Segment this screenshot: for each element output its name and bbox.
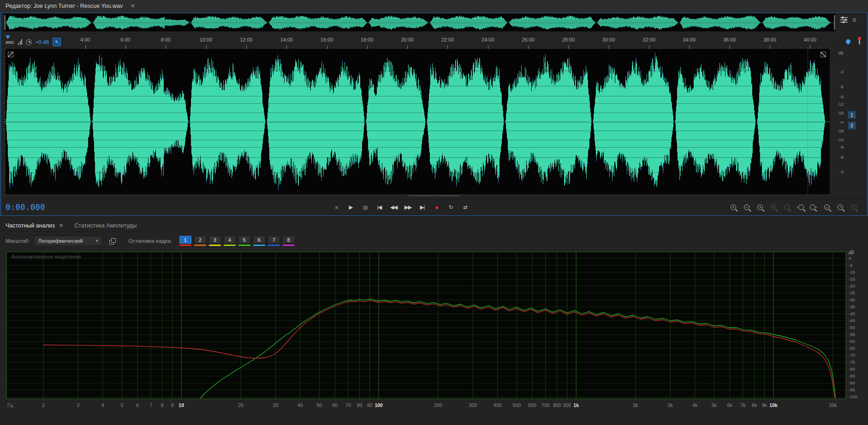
hold-button-number: 3 — [209, 236, 221, 244]
ruler-time-label: 38:00 — [763, 37, 776, 42]
corner-grabber-right-icon[interactable] — [820, 52, 826, 57]
overview-settings-icon[interactable] — [840, 17, 848, 23]
transport-bar: 0:00.000 ■▶▮▮|◀◀◀▶▶▶|●↻⇄ +−▪▪·‹›↔◔▫ — [4, 199, 864, 215]
x-tick-label: 80 — [357, 402, 363, 408]
zoom-history-icon[interactable]: ◔ — [834, 201, 846, 213]
time-format-label[interactable]: имс — [6, 39, 14, 45]
hold-button-6[interactable]: 6 — [253, 236, 265, 246]
channel-button-1[interactable]: 1 — [848, 111, 856, 119]
x-tick-label: 7k — [740, 402, 746, 408]
overview-menu-icon[interactable]: ≡ — [852, 17, 856, 23]
ruler-time-label: 20:00 — [401, 37, 414, 42]
zoom-full-icon[interactable]: ▫ — [848, 201, 860, 213]
ruler-time-label: 12:00 — [240, 37, 253, 42]
fast-forward-button[interactable]: ▶▶ — [401, 201, 415, 214]
hold-color-strip — [194, 245, 206, 246]
tab-amplitude-statistics[interactable]: Статистика Амплитуды — [74, 222, 137, 229]
hold-color-strip — [253, 245, 265, 246]
frequency-chart-svg[interactable]: Анализированное выделениеГц2345678910203… — [0, 248, 868, 425]
skip-to-end-button[interactable]: ▶| — [416, 201, 429, 214]
playhead-line[interactable] — [5, 49, 5, 194]
frequency-chart[interactable]: Анализированное выделениеГц2345678910203… — [0, 248, 868, 425]
window-title: Редактор: Joe Lynn Turner - Rescue You.w… — [6, 3, 123, 9]
levels-icon[interactable] — [18, 39, 22, 45]
magnifier-glyph: + — [731, 204, 736, 210]
hold-button-8[interactable]: 8 — [283, 236, 295, 246]
bracket-glyph: › — [816, 205, 817, 210]
x-tick-label: 200 — [434, 402, 442, 408]
zoom-out-selection-icon[interactable]: ▪ — [767, 201, 779, 213]
zoom-buttons: +−▪▪·‹›↔◔▫ — [727, 201, 860, 213]
main-waveform-canvas[interactable] — [4, 49, 830, 194]
pause-button[interactable]: ▮▮ — [358, 201, 372, 214]
magnifier-glyph: − — [744, 204, 749, 210]
db-scale-label: -12 — [837, 102, 844, 107]
hold-color-strip — [179, 245, 191, 246]
zoom-selection-width-icon[interactable]: ↔ — [821, 201, 833, 213]
corner-grabber-left-icon[interactable] — [8, 52, 13, 57]
hold-button-number: 6 — [253, 236, 265, 244]
overview-waveform-canvas[interactable] — [4, 14, 835, 31]
ruler-major-tick — [649, 45, 649, 49]
x-tick-label: 6k — [727, 402, 733, 408]
x-tick-label: 9k — [762, 402, 767, 408]
magnifier-glyph — [810, 204, 815, 210]
hold-button-4[interactable]: 4 — [224, 236, 236, 246]
hold-buttons: 12345678 — [179, 236, 295, 246]
playhead-pin-icon[interactable] — [844, 37, 852, 46]
x-tick-label: 8k — [752, 402, 757, 408]
time-ruler[interactable]: 4:006:008:0010:0012:0014:0016:0018:0020:… — [4, 35, 864, 49]
snapping-toggle-icon[interactable]: ↖ — [53, 38, 61, 46]
panel-menu-icon[interactable]: ≡ — [59, 222, 63, 229]
hold-button-number: 8 — [283, 236, 295, 244]
record-button[interactable]: ● — [430, 201, 443, 214]
x-tick-label: 10 — [178, 402, 184, 408]
copy-button[interactable] — [107, 236, 117, 246]
ruler-ticks[interactable]: 4:006:008:0010:0012:0014:0016:0018:0020:… — [4, 35, 831, 49]
playhead-marker-icon[interactable] — [6, 36, 10, 39]
overview-strip[interactable] — [4, 14, 836, 31]
db-scale-label: -3 — [840, 169, 844, 174]
y-tick-label: -25 — [849, 290, 855, 295]
db-scale-label: -18 — [837, 110, 844, 115]
tab-frequency-analysis[interactable]: Частотный анализ≡ — [6, 222, 62, 229]
y-tick-label: -40 — [849, 311, 855, 316]
skip-selection-button[interactable]: ⇄ — [458, 201, 472, 214]
zoom-selection-right-icon[interactable]: › — [808, 201, 820, 213]
zoom-out-icon[interactable]: − — [741, 201, 753, 213]
x-tick-label: 3 — [77, 402, 80, 408]
db-scale-label: -3 — [840, 69, 844, 74]
skip-to-start-button[interactable]: |◀ — [373, 201, 386, 214]
clock-icon[interactable] — [26, 39, 32, 45]
stop-button[interactable]: ■ — [330, 201, 343, 214]
marker-pin-icon[interactable] — [855, 37, 863, 46]
waveform-view[interactable] — [4, 49, 830, 194]
scale-dropdown[interactable]: Логарифмический ▼ — [34, 236, 102, 246]
hold-button-7[interactable]: 7 — [268, 236, 280, 246]
hold-button-1[interactable]: 1 — [179, 236, 191, 246]
y-tick-label: -5 — [849, 263, 852, 268]
hold-button-3[interactable]: 3 — [209, 236, 221, 246]
channel-button-2[interactable]: 2 — [848, 121, 856, 130]
x-tick-label: 2 — [42, 402, 45, 408]
play-button[interactable]: ▶ — [344, 201, 357, 214]
hold-button-5[interactable]: 5 — [238, 236, 250, 246]
zoom-in-selection-icon[interactable]: ▪ — [754, 201, 766, 213]
time-display[interactable]: 0:00.000 — [6, 203, 45, 212]
zoom-in-icon[interactable]: + — [727, 201, 739, 213]
overview-right-handle[interactable] — [834, 15, 835, 30]
ruler-time-label: 26:00 — [522, 37, 535, 42]
rewind-button[interactable]: ◀◀ — [387, 201, 400, 214]
gain-label[interactable]: +0 dB — [36, 39, 49, 45]
loop-playback-button[interactable]: ↻ — [444, 201, 458, 214]
zoom-reset-icon[interactable]: · — [781, 201, 793, 213]
y-tick-label: -10 — [849, 269, 855, 275]
hold-button-2[interactable]: 2 — [194, 236, 206, 246]
overview-left-handle[interactable] — [4, 15, 6, 30]
panel-menu-icon[interactable]: ≡ — [131, 2, 134, 9]
zoom-scrollbar-handle[interactable] — [409, 195, 459, 197]
zoom-selection-left-icon[interactable]: ‹ — [794, 201, 806, 213]
ruler-major-tick — [125, 45, 126, 49]
y-tick-label: -75 — [849, 359, 855, 365]
ruler-major-tick — [166, 45, 166, 49]
